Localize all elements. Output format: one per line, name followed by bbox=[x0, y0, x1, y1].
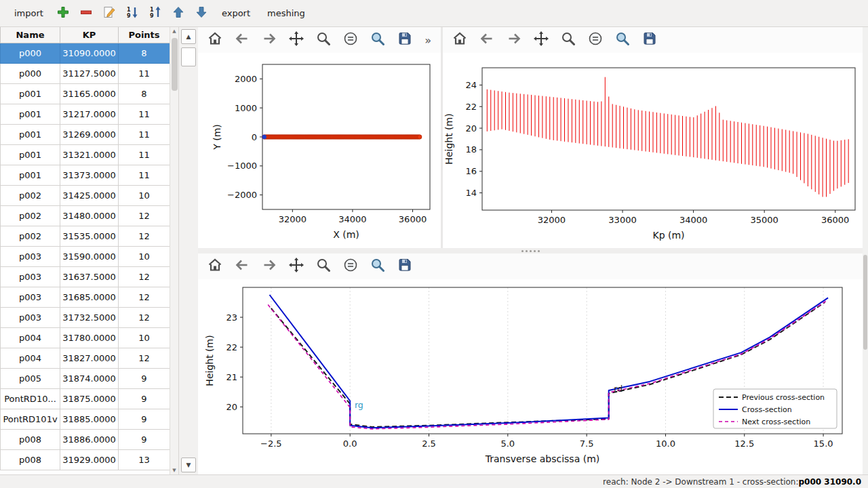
meshing-button[interactable]: meshing bbox=[261, 5, 311, 21]
table-row[interactable]: p00331732.500012 bbox=[1, 307, 170, 327]
svg-text:20: 20 bbox=[465, 123, 477, 134]
home-button[interactable] bbox=[205, 30, 225, 50]
svg-text:−1000: −1000 bbox=[227, 161, 257, 171]
table-row[interactable]: p00131269.000011 bbox=[1, 124, 170, 144]
column-header-kp[interactable]: KP bbox=[60, 27, 119, 43]
sort-descending-button[interactable]: 19 bbox=[123, 4, 142, 22]
forward-button[interactable] bbox=[259, 256, 279, 277]
table-cell: p004 bbox=[1, 348, 60, 368]
remove-button[interactable] bbox=[77, 4, 96, 22]
subplots-button[interactable] bbox=[585, 30, 606, 50]
table-cell: 31827.0000 bbox=[60, 348, 119, 368]
table-scroll-down-icon[interactable]: ▼ bbox=[170, 468, 178, 473]
svg-text:36000: 36000 bbox=[821, 215, 849, 225]
pan-button[interactable] bbox=[286, 30, 307, 50]
forward-button[interactable] bbox=[259, 30, 279, 50]
svg-text:5.0: 5.0 bbox=[500, 439, 515, 449]
customize-button[interactable] bbox=[612, 30, 633, 50]
forward-button[interactable] bbox=[504, 30, 524, 50]
table-cell: p008 bbox=[1, 449, 60, 470]
save-button[interactable] bbox=[395, 256, 415, 277]
table-scroll-up-icon[interactable]: ▲ bbox=[170, 28, 178, 34]
table-cell: 11 bbox=[119, 165, 170, 185]
table-scrollbar-thumb[interactable] bbox=[172, 38, 178, 91]
table-row[interactable]: p00431780.000010 bbox=[1, 327, 170, 348]
forward-icon bbox=[506, 30, 522, 49]
zoom-button[interactable] bbox=[313, 256, 334, 277]
table-row[interactable]: p00031090.00008 bbox=[1, 43, 170, 63]
add-button[interactable] bbox=[54, 4, 73, 22]
pan-button[interactable] bbox=[531, 30, 551, 50]
column-header-points[interactable]: Points bbox=[119, 27, 170, 43]
xy-plot[interactable]: 320003400036000−2000−1000010002000X (m)Y… bbox=[198, 53, 441, 248]
panel-scroll-down-button[interactable]: ▼ bbox=[181, 458, 196, 472]
edit-button[interactable] bbox=[100, 4, 119, 22]
table-row[interactable]: p00331590.000010 bbox=[1, 246, 170, 266]
home-button[interactable] bbox=[205, 256, 225, 277]
svg-text:20: 20 bbox=[226, 402, 237, 412]
back-icon bbox=[234, 257, 250, 276]
move-up-button[interactable] bbox=[170, 4, 188, 22]
save-button[interactable] bbox=[395, 30, 415, 50]
table-row[interactable]: p00131165.00008 bbox=[1, 83, 170, 104]
pan-button[interactable] bbox=[286, 256, 307, 277]
table-cell: 9 bbox=[119, 409, 170, 429]
back-button[interactable] bbox=[477, 30, 497, 50]
zoom-button[interactable] bbox=[558, 30, 578, 50]
home-button[interactable] bbox=[450, 30, 470, 50]
table-row[interactable]: p00031127.500011 bbox=[1, 63, 170, 83]
table-cell: p001 bbox=[1, 144, 60, 165]
table-row[interactable]: p00431827.000012 bbox=[1, 348, 170, 368]
back-button[interactable] bbox=[232, 30, 252, 50]
right-scrollbar[interactable] bbox=[863, 27, 868, 474]
import-button[interactable]: import bbox=[8, 5, 50, 21]
cross-section-plot[interactable]: −2.50.02.55.07.510.012.515.020212223Tran… bbox=[198, 279, 863, 473]
subplots-button[interactable] bbox=[340, 30, 361, 50]
zoom-button[interactable] bbox=[313, 30, 334, 50]
table-row[interactable]: p00131373.000011 bbox=[1, 165, 170, 185]
subplots-button[interactable] bbox=[340, 256, 361, 277]
column-header-name[interactable]: Name bbox=[1, 27, 60, 43]
table-row[interactable]: p00131321.000011 bbox=[1, 144, 170, 165]
table-row[interactable]: PontRD101v31885.00009 bbox=[1, 409, 170, 429]
cross-section-toolbar bbox=[198, 253, 863, 279]
table-cell: p000 bbox=[1, 63, 60, 83]
svg-text:32000: 32000 bbox=[538, 215, 566, 225]
splitter-handle[interactable] bbox=[198, 248, 863, 253]
table-cell: 31373.0000 bbox=[60, 165, 119, 185]
table-row[interactable]: p00331685.000012 bbox=[1, 287, 170, 307]
svg-text:1: 1 bbox=[127, 6, 131, 12]
panel-scrollbar-thumb[interactable] bbox=[181, 47, 196, 66]
customize-button[interactable] bbox=[368, 256, 388, 277]
table-row[interactable]: p00131217.000011 bbox=[1, 104, 170, 124]
table-scrollbar[interactable]: ▲ ▼ bbox=[170, 27, 179, 474]
table-row[interactable]: p00231425.000010 bbox=[1, 185, 170, 205]
table-row[interactable]: PontRD10...31875.00009 bbox=[1, 388, 170, 409]
save-button[interactable] bbox=[639, 30, 660, 50]
table-row[interactable]: p00231480.000012 bbox=[1, 205, 170, 226]
sort-ascending-button[interactable]: 19 bbox=[146, 4, 165, 22]
table-row[interactable]: p00531874.00009 bbox=[1, 368, 170, 388]
table-row[interactable]: p00231535.000012 bbox=[1, 226, 170, 246]
move-down-button[interactable] bbox=[193, 4, 211, 22]
back-icon bbox=[479, 30, 495, 49]
customize-button[interactable] bbox=[368, 30, 388, 50]
home-icon bbox=[207, 30, 223, 49]
export-button[interactable]: export bbox=[216, 5, 256, 21]
table-cell: 31590.0000 bbox=[60, 246, 119, 266]
svg-text:34000: 34000 bbox=[338, 214, 366, 224]
svg-text:1000: 1000 bbox=[235, 103, 257, 113]
kp-height-plot[interactable]: 3200033000340003500036000141618202224Kp … bbox=[443, 53, 863, 248]
panel-scrollbar-track[interactable] bbox=[181, 46, 196, 455]
subplots-icon bbox=[587, 30, 604, 49]
table-cell: 11 bbox=[119, 144, 170, 165]
subplots-icon bbox=[342, 30, 359, 49]
table-row[interactable]: p00831929.000013 bbox=[1, 449, 170, 470]
table-cell: 11 bbox=[119, 124, 170, 144]
toolbar-overflow-chevron[interactable]: » bbox=[425, 34, 434, 47]
table-row[interactable]: p00331637.500012 bbox=[1, 266, 170, 287]
table-row[interactable]: p00831886.00009 bbox=[1, 429, 170, 449]
panel-scroll-up-button[interactable]: ▲ bbox=[181, 29, 196, 44]
back-button[interactable] bbox=[232, 256, 252, 277]
right-scrollbar-thumb[interactable] bbox=[863, 255, 867, 350]
